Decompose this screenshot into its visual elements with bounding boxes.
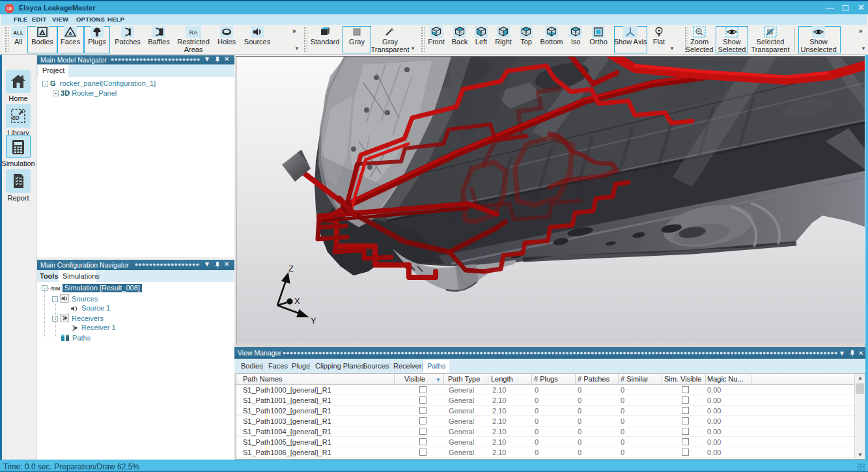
svg-text:ALL: ALL: [13, 30, 23, 36]
svg-text:LM: LM: [7, 7, 12, 10]
svg-text:X: X: [294, 296, 300, 306]
svg-text:3D: 3D: [12, 115, 20, 121]
svg-text:A: A: [68, 31, 72, 36]
svg-text:RA: RA: [189, 29, 198, 36]
svg-text:Z: Z: [288, 264, 294, 273]
svg-text:Y: Y: [311, 316, 316, 326]
